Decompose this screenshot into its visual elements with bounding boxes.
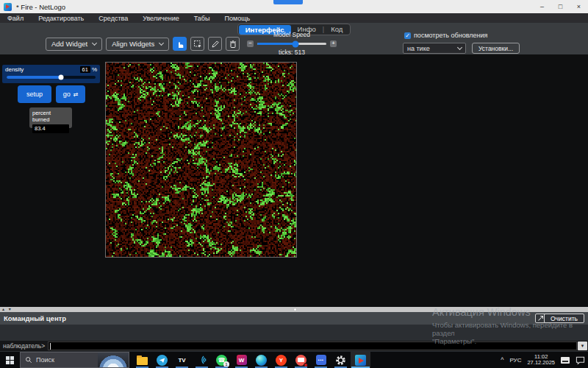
pencil-icon <box>211 40 220 49</box>
whatsapp-badge: 1 <box>223 361 229 367</box>
view-updates-row: ✓ посмотреть обновления <box>404 32 487 39</box>
yandex-taskbar-button[interactable]: Y <box>271 352 291 368</box>
clear-button[interactable]: Очистить <box>544 314 584 323</box>
density-slider-track[interactable] <box>7 76 96 79</box>
settings-button[interactable]: Установки... <box>472 43 520 54</box>
update-mode-value: на тике <box>407 45 430 52</box>
netlogo-taskbar-icon <box>355 355 366 366</box>
netlogo-taskbar-button[interactable] <box>351 352 370 368</box>
monitor-label: percent burned <box>32 110 69 123</box>
world-view-canvas[interactable] <box>106 63 296 257</box>
settings-taskbar-button[interactable] <box>331 352 351 368</box>
mail-icon <box>295 355 306 366</box>
command-center-header: Командный центр <box>0 312 588 325</box>
update-mode-dropdown[interactable]: на тике <box>403 43 466 54</box>
netlogo-window: * Fire - NetLogo – □ × Файл Редактироват… <box>0 0 588 368</box>
start-button[interactable] <box>0 352 20 368</box>
mail-notification-badge <box>304 363 308 367</box>
density-slider-widget[interactable]: density 61 % <box>2 65 100 83</box>
model-speed-slider[interactable] <box>257 43 326 45</box>
wildberries-icon: W <box>237 355 247 365</box>
chevron-down-icon <box>159 40 164 45</box>
add-widget-label: Add Widget <box>51 40 87 48</box>
edit-tool-button[interactable] <box>208 37 222 51</box>
minimize-button[interactable]: – <box>533 0 551 13</box>
folder-icon <box>137 357 148 365</box>
model-speed-label: Model Speed <box>247 31 337 38</box>
select-tool-button[interactable] <box>190 37 204 51</box>
notification-center-icon[interactable] <box>576 355 585 365</box>
waves-icon <box>197 355 207 365</box>
command-center-splitter[interactable]: ▴ ▾ <box>0 307 588 312</box>
widget-toolbar: Add Widget Align Widgets <box>46 37 240 51</box>
taskbar: Поиск TV <box>0 352 588 368</box>
menu-tabs[interactable]: Табы <box>194 15 210 22</box>
netlogo-arrow-icon <box>359 358 364 364</box>
menu-tools[interactable]: Средства <box>98 15 128 22</box>
yandex-browser-icon: Y <box>276 355 287 366</box>
view-updates-checkbox[interactable]: ✓ <box>404 32 411 39</box>
windows-logo-icon <box>6 356 14 364</box>
monitor-value: 83.4 <box>32 124 69 133</box>
title-bar[interactable]: * Fire - NetLogo – □ × <box>0 0 588 13</box>
export-arrow-icon <box>537 315 544 322</box>
menu-edit[interactable]: Редактировать <box>38 15 84 22</box>
whatsapp-icon: ☎ 1 <box>216 355 227 366</box>
menu-help[interactable]: Помощь <box>225 15 251 22</box>
taskbar-search[interactable]: Поиск <box>20 352 129 368</box>
menu-file[interactable]: Файл <box>7 15 24 22</box>
density-slider-fill <box>7 76 61 79</box>
window-title: * Fire - NetLogo <box>16 3 65 11</box>
hand-pointer-icon <box>176 40 184 49</box>
add-widget-dropdown[interactable]: Add Widget <box>46 38 102 51</box>
maximize-button[interactable]: □ <box>551 0 570 13</box>
speed-slider-thumb[interactable] <box>292 40 298 47</box>
world-view[interactable] <box>105 62 297 258</box>
background-window-fragment <box>273 0 303 4</box>
wildberries-taskbar-button[interactable]: W <box>232 352 251 368</box>
setup-button[interactable]: setup <box>18 85 51 103</box>
speed-decrease-button[interactable]: − <box>247 40 254 47</box>
gear-icon <box>335 355 346 366</box>
weather-widget[interactable] <box>98 353 129 367</box>
collapse-down-icon[interactable]: ▾ <box>9 307 12 311</box>
touch-keyboard-icon[interactable] <box>561 357 570 364</box>
go-button[interactable]: go ⇄ <box>56 85 85 103</box>
menu-zoom[interactable]: Увеличение <box>143 15 179 22</box>
command-history-button[interactable]: ▼ <box>578 342 587 350</box>
file-explorer-taskbar-button[interactable] <box>132 352 152 368</box>
percent-burned-monitor: percent burned 83.4 <box>29 107 72 128</box>
setup-button-label: setup <box>26 91 43 98</box>
tray-expand-chevron[interactable]: ^ <box>501 356 503 364</box>
marquee-select-icon <box>193 40 202 49</box>
tradingview-taskbar-button[interactable]: TV <box>172 352 192 368</box>
telegram-taskbar-button[interactable] <box>152 352 172 368</box>
netlogo-app-icon <box>4 3 12 11</box>
clock[interactable]: 11:02 27.12.2025 <box>527 354 555 367</box>
whatsapp-taskbar-button[interactable]: ☎ 1 <box>212 352 232 368</box>
envelope-icon <box>298 358 304 362</box>
density-label: density <box>5 66 24 73</box>
language-indicator[interactable]: РУС <box>509 357 521 364</box>
delete-tool-button[interactable] <box>226 37 240 51</box>
collapse-up-icon[interactable]: ▴ <box>2 307 6 311</box>
password-manager-taskbar-button[interactable]: ••• <box>311 352 331 368</box>
speed-increase-button[interactable]: + <box>330 40 337 47</box>
align-widgets-dropdown[interactable]: Align Widgets <box>106 38 169 51</box>
edge-taskbar-button[interactable] <box>251 352 271 368</box>
system-tray: ^ РУС 11:02 27.12.2025 <box>501 352 585 368</box>
interface-canvas: density 61 % setup go ⇄ percent burned 8… <box>0 54 588 307</box>
close-button[interactable]: × <box>570 0 588 13</box>
waves-app-taskbar-button[interactable] <box>192 352 212 368</box>
chevron-down-icon <box>92 40 97 45</box>
interact-tool-button[interactable] <box>173 37 187 51</box>
window-controls: – □ × <box>533 0 588 13</box>
command-input[interactable] <box>48 342 577 350</box>
search-icon <box>25 356 32 364</box>
splitter-grip[interactable] <box>294 308 296 311</box>
mail-taskbar-button[interactable] <box>291 352 311 368</box>
go-button-label: go <box>63 91 71 98</box>
density-slider-thumb[interactable] <box>58 75 63 80</box>
command-center: Командный центр Очистить наблюдатель> ▼ <box>0 312 588 352</box>
model-speed-group: Model Speed − + ticks: 513 <box>247 31 337 56</box>
